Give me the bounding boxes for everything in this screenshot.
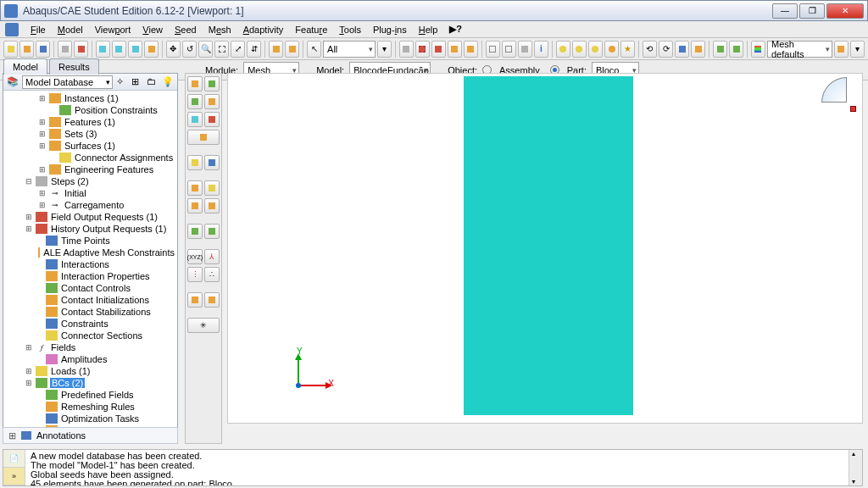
sel4-button[interactable] (448, 41, 462, 58)
pal-h2[interactable] (204, 224, 220, 239)
pal-i2[interactable]: ⅄ (204, 249, 220, 264)
model-tree[interactable]: ⊞Instances (1) Position Constraints ⊞Fea… (3, 91, 177, 443)
pal-f2[interactable] (204, 180, 220, 196)
doc-icon (5, 23, 19, 36)
u2-button[interactable]: ⟳ (659, 41, 673, 58)
annotations-row[interactable]: ⊞ Annotations (3, 427, 178, 444)
fit-button[interactable]: ⤢ (231, 41, 245, 58)
select-mode-button[interactable]: ↖ (307, 41, 321, 58)
new-button[interactable] (3, 41, 18, 58)
cycle-button[interactable]: ⇵ (247, 41, 261, 58)
pal-d[interactable] (187, 130, 220, 145)
menu-seed[interactable]: Seed (170, 23, 202, 36)
view3-button[interactable] (128, 41, 142, 58)
print-button[interactable] (58, 41, 72, 58)
render-drop-button[interactable]: ▾ (850, 41, 865, 58)
menu-view[interactable]: View (137, 23, 168, 36)
pal-e2[interactable] (204, 155, 220, 170)
layer2-button[interactable] (729, 41, 743, 58)
save-button[interactable] (36, 41, 50, 58)
color-map-button[interactable] (751, 41, 765, 58)
menu-adaptivity[interactable]: Adaptivity (238, 23, 289, 36)
view1-button[interactable] (96, 41, 110, 58)
render-opt-button[interactable] (834, 41, 849, 58)
open-button[interactable] (19, 41, 34, 58)
filter-opt-button[interactable]: ▾ (377, 41, 392, 58)
pal-a2[interactable] (204, 76, 220, 92)
pal-a1[interactable] (187, 76, 203, 92)
sel1-button[interactable] (399, 41, 414, 58)
menu-viewport[interactable]: Viewport (90, 23, 136, 36)
pal-h1[interactable] (187, 224, 203, 239)
menu-file[interactable]: FFileile (25, 23, 51, 36)
part-geometry[interactable] (464, 76, 633, 415)
message-scrollbar[interactable] (849, 450, 862, 485)
filter-select[interactable]: All (323, 41, 376, 58)
view-compass[interactable] (821, 77, 854, 109)
pal-i1[interactable]: (XYZ) (187, 249, 203, 264)
perspective2-button[interactable] (285, 41, 299, 58)
menu-help[interactable]: Help (414, 23, 443, 36)
pal-e1[interactable] (187, 155, 203, 170)
view2-button[interactable] (112, 41, 126, 58)
sheet1-button[interactable] (675, 41, 689, 58)
tree-expand-icon[interactable]: ✧ (116, 76, 128, 88)
sel2-button[interactable] (415, 41, 430, 58)
annotations-icon (21, 431, 31, 440)
sel3-button[interactable] (431, 41, 446, 58)
context-help-icon[interactable]: ▶? (449, 24, 462, 35)
menu-mesh[interactable]: Mesh (203, 23, 236, 36)
c1-button[interactable] (556, 41, 570, 58)
tree-filter-icon[interactable]: 🗀 (147, 76, 159, 88)
pal-g2[interactable] (204, 198, 220, 214)
sheet2-button[interactable] (691, 41, 705, 58)
sel5-button[interactable] (464, 41, 478, 58)
c2-button[interactable] (572, 41, 587, 58)
close-button[interactable]: ✕ (826, 3, 864, 19)
menu-bar: FFileile Model Viewport View Seed Mesh A… (0, 21, 868, 38)
app-icon (4, 4, 18, 18)
tab-results[interactable]: Results (49, 58, 99, 75)
pal-b2[interactable] (204, 94, 220, 109)
pal-b1[interactable] (187, 94, 203, 109)
tree-collapse-icon[interactable]: ⊞ (131, 76, 143, 88)
layer1-button[interactable] (713, 41, 727, 58)
pal-g1[interactable] (187, 198, 203, 214)
pal-c1[interactable] (187, 112, 203, 127)
menu-feature[interactable]: Feature (290, 23, 332, 36)
toggle-grid-button[interactable] (74, 41, 88, 58)
pal-c2[interactable] (204, 112, 220, 127)
rotate-button[interactable]: ↺ (182, 41, 197, 58)
maximize-button[interactable]: ❐ (799, 3, 825, 19)
view4-button[interactable] (144, 41, 159, 58)
render-select[interactable]: Mesh defaults (767, 41, 832, 58)
tab-model[interactable]: Model (3, 58, 47, 75)
star-button[interactable]: ★ (620, 41, 635, 58)
menu-model[interactable]: Model (53, 23, 88, 36)
pal-j1[interactable]: ⋮ (187, 267, 203, 282)
tree-tip-icon[interactable]: 💡 (162, 76, 174, 88)
msg-cmd-button[interactable]: » (3, 468, 25, 485)
msg-log-button[interactable]: 📄 (3, 450, 25, 468)
c3-button[interactable] (588, 41, 603, 58)
zoom-button[interactable]: 🔍 (198, 41, 213, 58)
perspective1-button[interactable] (269, 41, 283, 58)
c4-button[interactable] (604, 41, 619, 58)
disp3-button[interactable] (518, 41, 532, 58)
viewport[interactable]: YX (227, 73, 863, 424)
pal-k2[interactable] (204, 292, 220, 308)
info-button[interactable]: i (534, 41, 548, 58)
pal-l[interactable]: ✳ (187, 318, 220, 333)
zoom-box-button[interactable] (214, 41, 229, 58)
pal-k1[interactable] (187, 292, 203, 308)
disp1-button[interactable] (486, 41, 500, 58)
menu-plugins[interactable]: Plug-ins (368, 23, 412, 36)
tree-source-select[interactable]: Model Database (22, 75, 113, 89)
minimize-button[interactable]: — (772, 3, 798, 19)
pan-button[interactable]: ✥ (166, 41, 181, 58)
disp2-button[interactable] (502, 41, 516, 58)
u1-button[interactable]: ⟲ (643, 41, 657, 58)
menu-tools[interactable]: Tools (334, 23, 366, 36)
pal-j2[interactable]: ∴ (204, 267, 220, 282)
pal-f1[interactable] (187, 180, 203, 196)
